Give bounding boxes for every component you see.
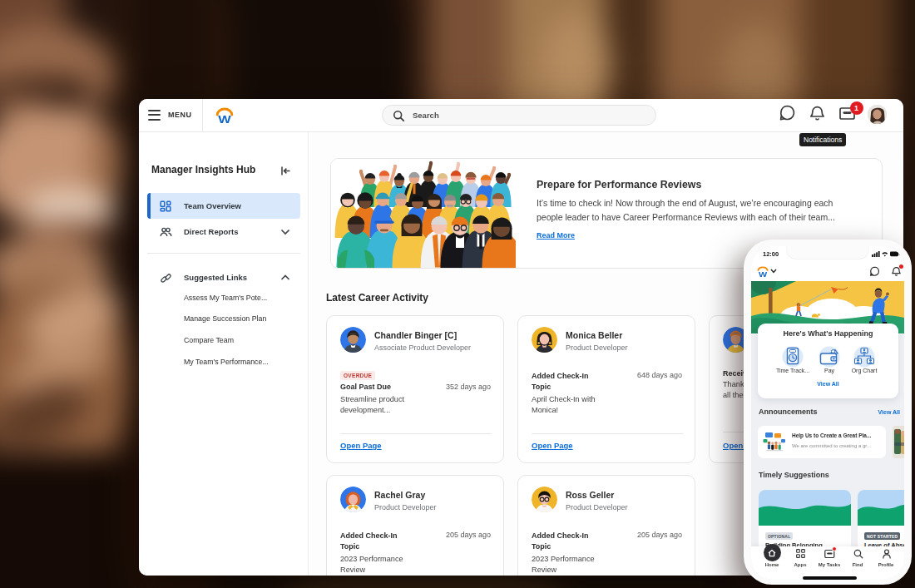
- svg-text:W: W: [759, 270, 768, 278]
- svg-text:W: W: [218, 113, 231, 126]
